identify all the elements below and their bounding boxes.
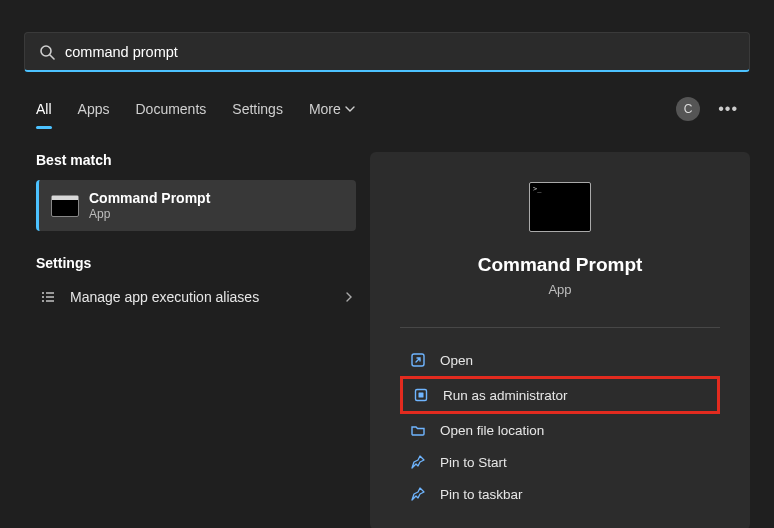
action-pin-to-taskbar[interactable]: Pin to taskbar [400,478,720,510]
tab-apps[interactable]: Apps [78,101,110,117]
action-label: Run as administrator [443,388,568,403]
action-label: Open [440,353,473,368]
chevron-right-icon [346,292,352,302]
tab-settings[interactable]: Settings [232,101,283,117]
settings-item-aliases[interactable]: Manage app execution aliases [36,283,356,311]
chevron-down-icon [345,106,355,112]
tab-more-label: More [309,101,341,117]
action-label: Pin to taskbar [440,487,523,502]
svg-rect-10 [419,393,424,398]
tab-more[interactable]: More [309,101,355,117]
preview-pane: Command Prompt App Open Run as administr… [370,152,750,528]
more-options-icon[interactable]: ••• [718,100,738,118]
action-run-as-administrator[interactable]: Run as administrator [400,376,720,414]
action-open[interactable]: Open [400,344,720,376]
settings-header: Settings [36,255,356,271]
best-match-header: Best match [36,152,356,168]
divider [400,327,720,328]
search-bar[interactable] [24,32,750,72]
action-label: Open file location [440,423,544,438]
action-label: Pin to Start [440,455,507,470]
list-settings-icon [40,289,56,305]
best-match-title: Command Prompt [89,190,210,206]
settings-item-label: Manage app execution aliases [70,289,259,305]
shield-admin-icon [413,387,429,403]
best-match-subtitle: App [89,207,210,221]
avatar[interactable]: C [676,97,700,121]
command-prompt-icon [529,182,591,232]
search-input[interactable] [65,44,735,60]
svg-line-1 [50,55,54,59]
command-prompt-icon [51,195,79,217]
folder-icon [410,422,426,438]
pin-icon [410,486,426,502]
open-icon [410,352,426,368]
action-open-file-location[interactable]: Open file location [400,414,720,446]
tab-documents[interactable]: Documents [135,101,206,117]
action-pin-to-start[interactable]: Pin to Start [400,446,720,478]
tab-all[interactable]: All [36,101,52,117]
pin-icon [410,454,426,470]
preview-title: Command Prompt [478,254,643,276]
best-match-result[interactable]: Command Prompt App [36,180,356,231]
search-icon [39,44,55,60]
preview-subtitle: App [548,282,571,297]
